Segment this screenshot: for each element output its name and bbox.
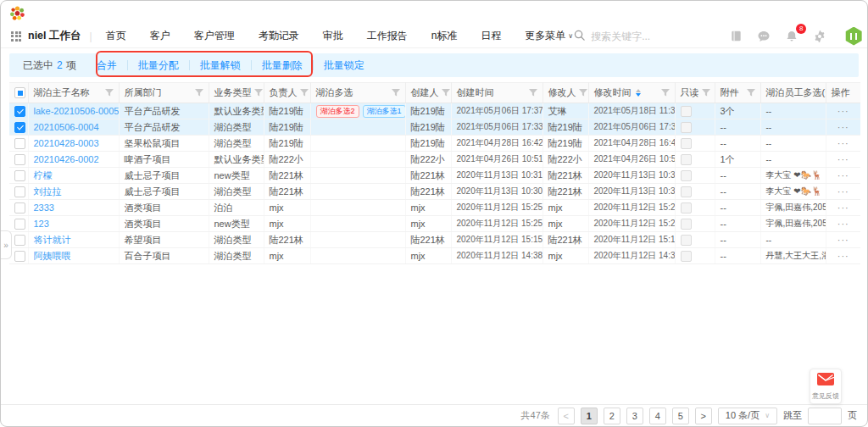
cell-created_at: 2021年05月06日 17:37 — [451, 103, 542, 119]
nav-item-3[interactable]: 客户管理 — [194, 29, 235, 43]
apps-grid-icon[interactable] — [11, 31, 21, 42]
next-page-button[interactable]: > — [695, 408, 712, 424]
record-link[interactable]: 刘拉拉 — [34, 186, 62, 197]
settings-gear-icon[interactable] — [813, 30, 826, 43]
nav-item-2[interactable]: 客户 — [150, 29, 170, 43]
nav-item-more-menu[interactable]: 更多菜单 ∨ — [525, 29, 573, 43]
record-link[interactable]: 阿姨喂喂 — [34, 251, 71, 261]
row-checkbox[interactable] — [14, 154, 25, 165]
nav-item-7[interactable]: n标准 — [431, 29, 458, 43]
nav-item-1[interactable]: 首页 — [106, 29, 126, 43]
filter-icon[interactable] — [392, 89, 400, 97]
page-size-select[interactable]: 10 条/页 ∨ — [718, 408, 777, 424]
messages-icon[interactable] — [757, 30, 771, 43]
batch-action-3[interactable]: 批量解锁 — [200, 58, 241, 73]
batch-action-4[interactable]: 批量删除 — [262, 58, 303, 73]
jump-page-input[interactable] — [808, 408, 842, 424]
row-checkbox[interactable] — [14, 219, 25, 230]
more-actions-icon[interactable]: ··· — [837, 170, 849, 180]
cell-modified_at: 2020年11月12日 15:15 — [588, 232, 675, 248]
cell-actions: ··· — [826, 119, 860, 136]
filter-icon[interactable] — [747, 89, 755, 97]
row-checkbox[interactable] — [14, 122, 25, 133]
filter-icon[interactable] — [300, 89, 309, 97]
more-actions-icon[interactable]: ··· — [837, 251, 849, 261]
nav-item-8[interactable]: 日程 — [481, 29, 501, 43]
row-checkbox[interactable] — [14, 251, 25, 262]
nav-item-6[interactable]: 工作报告 — [367, 29, 408, 43]
cell-modifier: 陆221林 — [542, 184, 588, 200]
record-link[interactable]: 2333 — [34, 202, 54, 213]
selected-count: 2 — [57, 59, 63, 71]
cell-biz_type: 默认业务类型 — [209, 152, 264, 168]
page-button-4[interactable]: 4 — [649, 408, 666, 424]
cell-creator: 陆219陆 — [405, 136, 451, 152]
column-label: 湖泊多选 — [316, 86, 353, 99]
notebook-icon[interactable] — [730, 30, 743, 42]
row-checkbox[interactable] — [14, 106, 25, 117]
cell-name: 柠檬 — [28, 168, 119, 184]
record-link[interactable]: lake-20210506-0005 — [34, 106, 120, 116]
table-row: 阿姨喂喂百合子项目湖泊类型mjxmjx2020年11月12日 14:38mjx2… — [9, 248, 860, 264]
more-actions-icon[interactable]: ··· — [837, 186, 849, 197]
more-actions-icon[interactable]: ··· — [837, 106, 849, 116]
batch-action-2[interactable]: 批量分配 — [138, 58, 179, 73]
table-row: 123酒类项目new类型mjxmjx2020年11月12日 15:25mjx20… — [9, 216, 860, 232]
app-logo-icon[interactable] — [9, 9, 25, 24]
column-header-check — [9, 83, 28, 103]
filter-icon[interactable] — [442, 89, 450, 97]
row-checkbox[interactable] — [14, 202, 25, 214]
page-button-5[interactable]: 5 — [672, 408, 689, 424]
filter-icon[interactable] — [195, 89, 203, 97]
more-actions-icon[interactable]: ··· — [837, 202, 849, 213]
filter-icon[interactable] — [529, 89, 537, 97]
column-label: 负责人 — [270, 86, 298, 99]
page-button-3[interactable]: 3 — [626, 408, 643, 424]
cell-owner: 陆219陆 — [264, 103, 310, 119]
page-button-2[interactable]: 2 — [604, 408, 620, 424]
batch-action-1[interactable]: 合并 — [97, 58, 117, 73]
record-link[interactable]: 20210506-0004 — [34, 122, 99, 132]
panel-expander[interactable]: » — [1, 230, 12, 259]
nav-item-5[interactable]: 审批 — [323, 29, 343, 43]
filter-icon[interactable] — [105, 89, 114, 97]
row-checkbox[interactable] — [14, 235, 25, 246]
table-header-row: 湖泊主子名称所属部门业务类型负责人湖泊多选创建人创建时间修改人修改时间只读附件湖… — [9, 83, 860, 103]
more-actions-icon[interactable]: ··· — [837, 235, 849, 245]
user-avatar[interactable] — [844, 27, 863, 46]
column-label: 湖泊员工多选(无需 — [766, 86, 826, 99]
sort-icon[interactable] — [636, 89, 641, 97]
cell-multi — [310, 168, 405, 184]
cell-actions: ··· — [826, 232, 860, 248]
more-actions-icon[interactable]: ··· — [837, 122, 849, 132]
record-link[interactable]: 20210426-0002 — [34, 154, 99, 164]
cell-check — [9, 232, 28, 248]
column-header-modified_at: 修改时间 — [588, 83, 675, 103]
prev-page-button[interactable]: < — [558, 408, 575, 424]
record-link[interactable]: 20210428-0003 — [34, 138, 99, 148]
record-link[interactable]: 123 — [34, 219, 49, 229]
record-link[interactable]: 柠檬 — [34, 170, 53, 180]
search-input[interactable] — [591, 30, 684, 42]
filter-icon[interactable] — [579, 89, 587, 97]
more-actions-icon[interactable]: ··· — [837, 154, 849, 164]
record-link[interactable]: 将计就计 — [34, 235, 71, 245]
row-checkbox[interactable] — [14, 170, 25, 181]
row-checkbox[interactable] — [14, 138, 25, 149]
cell-created_at: 2020年11月13日 10:31 — [451, 168, 542, 184]
cell-readonly — [675, 184, 715, 200]
row-checkbox[interactable] — [14, 186, 25, 197]
filter-icon[interactable] — [661, 89, 670, 97]
nav-item-4[interactable]: 考勤记录 — [259, 29, 299, 43]
page-button-1[interactable]: 1 — [581, 408, 598, 424]
filter-icon[interactable] — [254, 89, 263, 97]
more-actions-icon[interactable]: ··· — [837, 138, 849, 148]
select-all-checkbox[interactable] — [14, 87, 25, 98]
more-actions-icon[interactable]: ··· — [837, 219, 849, 229]
notifications-bell-icon[interactable]: 8 — [785, 30, 798, 43]
cell-created_at: 2020年11月12日 15:25 — [451, 200, 542, 216]
filter-icon[interactable] — [702, 89, 710, 97]
feedback-button[interactable]: 意见反馈 — [810, 369, 842, 404]
cell-name: 20210506-0004 — [28, 119, 119, 136]
batch-action-5[interactable]: 批量锁定 — [324, 58, 364, 73]
